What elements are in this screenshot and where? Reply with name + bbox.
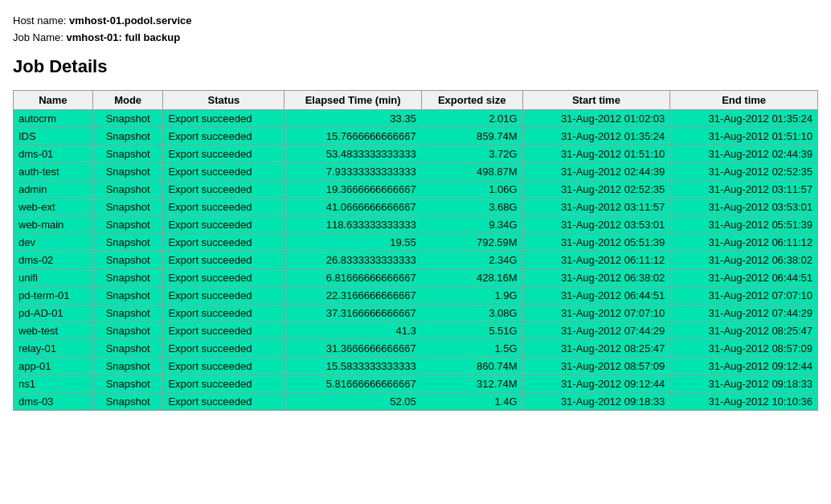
table-row: auth-testSnapshotExport succeeded7.93333… — [14, 162, 818, 180]
host-value: vmhost-01.podol.service — [69, 14, 191, 27]
col-header-status: Status — [163, 90, 285, 109]
table-row: web-testSnapshotExport succeeded41.35.51… — [14, 322, 818, 339]
header-info: Host name: vmhost-01.podol.service Job N… — [13, 13, 818, 47]
col-header-elapsed: Elapsed Time (min) — [285, 90, 421, 109]
table-row: ns1SnapshotExport succeeded5.81666666666… — [14, 375, 818, 392]
table-row: dms-03SnapshotExport succeeded52.051.4G3… — [14, 392, 818, 410]
table-row: pd-term-01SnapshotExport succeeded22.316… — [14, 286, 818, 304]
table-row: unifiSnapshotExport succeeded6.816666666… — [14, 268, 818, 286]
col-header-exported: Exported size — [421, 90, 522, 109]
table-row: web-extSnapshotExport succeeded41.066666… — [14, 198, 818, 215]
page-title: Job Details — [13, 56, 818, 77]
table-row: pd-AD-01SnapshotExport succeeded37.31666… — [14, 304, 818, 322]
col-header-name: Name — [14, 90, 93, 109]
table-row: dms-01SnapshotExport succeeded53.4833333… — [14, 145, 818, 162]
col-header-end: End time — [670, 90, 818, 109]
table-row: autocrmSnapshotExport succeeded33.352.01… — [14, 109, 818, 127]
col-header-mode: Mode — [92, 90, 163, 109]
table-row: IDSSnapshotExport succeeded15.7666666666… — [14, 127, 818, 145]
table-row: app-01SnapshotExport succeeded15.5833333… — [14, 357, 818, 375]
table-row: web-mainSnapshotExport succeeded118.6333… — [14, 215, 818, 233]
table-row: relay-01SnapshotExport succeeded31.36666… — [14, 339, 818, 357]
table-row: devSnapshotExport succeeded19.55792.59M3… — [14, 233, 818, 251]
host-label: Host name: — [13, 14, 66, 27]
job-label: Job Name: — [13, 31, 63, 43]
job-details-table: Name Mode Status Elapsed Time (min) Expo… — [13, 90, 818, 411]
col-header-start: Start time — [522, 90, 670, 109]
table-row: dms-02SnapshotExport succeeded26.8333333… — [14, 251, 818, 268]
job-value: vmhost-01: full backup — [67, 31, 181, 43]
table-row: adminSnapshotExport succeeded19.36666666… — [14, 180, 818, 198]
